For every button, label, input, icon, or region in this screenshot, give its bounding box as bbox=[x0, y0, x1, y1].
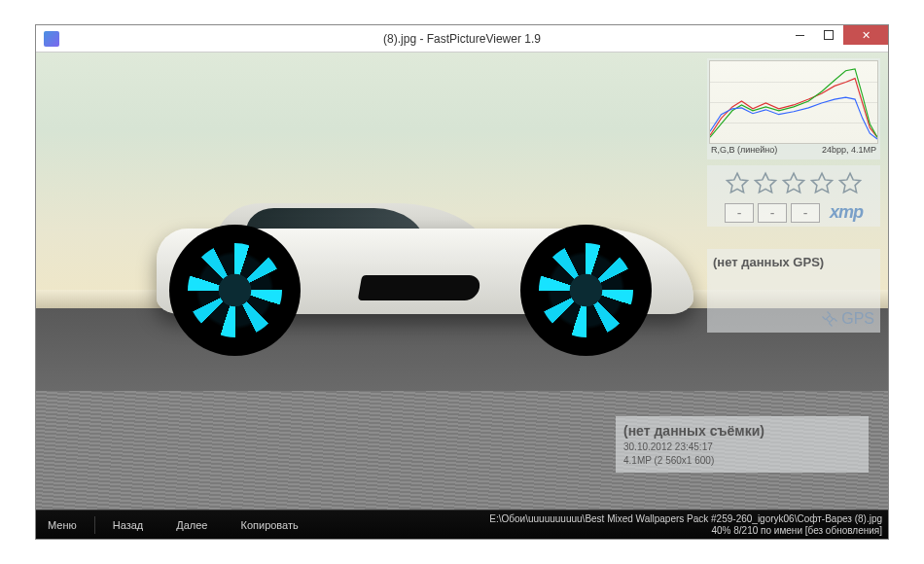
app-icon bbox=[44, 31, 59, 47]
status-path: E:\Обои\uuuuuuuuuu\Best Mixed Wallpapers… bbox=[489, 513, 882, 525]
star-icon[interactable] bbox=[837, 171, 863, 196]
rating-panel[interactable]: - - - xmp bbox=[707, 165, 880, 227]
app-window: (8).jpg - FastPictureViewer 1.9 bbox=[35, 24, 889, 540]
star-icon[interactable] bbox=[753, 171, 778, 196]
car-wheel-front bbox=[520, 225, 652, 356]
exif-title: (нет данных съёмки) bbox=[623, 422, 861, 441]
star-icon[interactable] bbox=[725, 171, 750, 196]
histogram-mode-label: R,G,B (линейно) bbox=[711, 145, 777, 155]
status-block: E:\Обои\uuuuuuuuuu\Best Mixed Wallpapers… bbox=[489, 513, 882, 536]
satellite-icon bbox=[820, 309, 839, 329]
divider-icon bbox=[94, 516, 95, 534]
label-box-3[interactable]: - bbox=[791, 203, 820, 223]
histogram-graph bbox=[710, 61, 877, 143]
label-box-2[interactable]: - bbox=[758, 203, 787, 223]
bottom-bar: Меню Назад Далее Копировать E:\Обои\uuuu… bbox=[36, 510, 888, 539]
content-area: R,G,B (линейно) 24bpp, 4.1MP - - - xmp (… bbox=[36, 53, 888, 510]
exif-size: 4.1MP (2 560x1 600) bbox=[623, 454, 861, 468]
minimize-button[interactable] bbox=[785, 25, 814, 45]
titlebar[interactable]: (8).jpg - FastPictureViewer 1.9 bbox=[36, 25, 888, 53]
maximize-button[interactable] bbox=[814, 25, 843, 45]
histogram-info-label: 24bpp, 4.1MP bbox=[822, 145, 876, 155]
menu-button[interactable]: Меню bbox=[42, 519, 83, 531]
rating-labels: - - - xmp bbox=[713, 202, 874, 223]
back-button[interactable]: Назад bbox=[107, 519, 150, 531]
image-subject-car bbox=[122, 194, 718, 350]
window-controls bbox=[785, 25, 888, 45]
next-button[interactable]: Далее bbox=[170, 519, 213, 531]
gps-badge-text: GPS bbox=[841, 310, 874, 328]
gps-panel[interactable]: (нет данных GPS) GPS bbox=[707, 249, 880, 333]
window-title: (8).jpg - FastPictureViewer 1.9 bbox=[36, 32, 888, 46]
exif-panel[interactable]: (нет данных съёмки) 30.10.2012 23:45:17 … bbox=[616, 416, 869, 473]
close-button[interactable] bbox=[843, 25, 888, 45]
histogram-panel[interactable]: R,G,B (линейно) 24bpp, 4.1MP bbox=[707, 58, 880, 159]
exif-date: 30.10.2012 23:45:17 bbox=[623, 441, 861, 454]
star-icon[interactable] bbox=[781, 171, 806, 196]
car-wheel-rear bbox=[169, 225, 301, 356]
gps-title: (нет данных GPS) bbox=[713, 255, 874, 269]
rating-stars[interactable] bbox=[713, 171, 874, 196]
xmp-label: xmp bbox=[830, 202, 863, 223]
star-icon[interactable] bbox=[809, 171, 835, 196]
status-info: 40% 8/210 по имени [без обновления] bbox=[489, 525, 882, 537]
histogram-canvas bbox=[709, 60, 878, 144]
histogram-footer: R,G,B (линейно) 24bpp, 4.1MP bbox=[709, 144, 878, 156]
label-box-1[interactable]: - bbox=[725, 203, 754, 223]
svg-rect-0 bbox=[827, 315, 834, 322]
gps-badge: GPS bbox=[820, 309, 874, 329]
copy-button[interactable]: Копировать bbox=[235, 519, 304, 531]
